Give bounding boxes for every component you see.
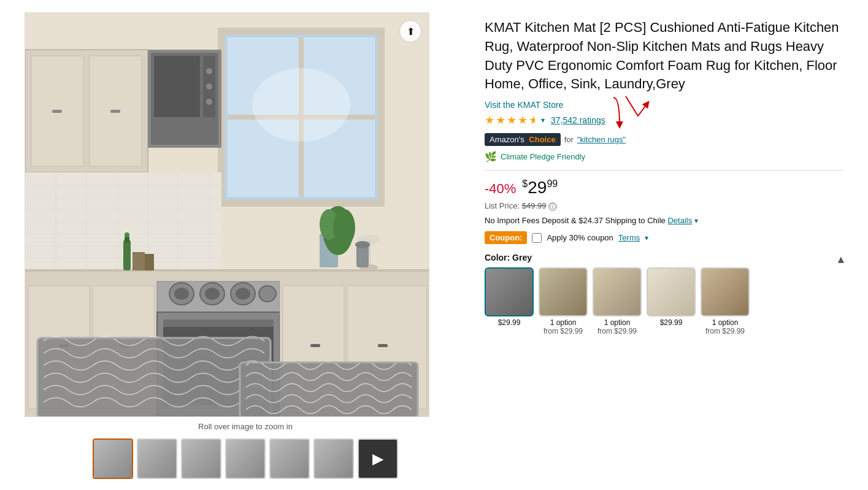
kitchen-rugs-link[interactable]: "kitchen rugs" bbox=[577, 135, 626, 144]
page-wrapper: ⬆ Roll over image to zoom in bbox=[0, 0, 868, 490]
badge-row: Amazon's Choice for "kitchen rugs" bbox=[485, 133, 843, 146]
play-icon: ▶ bbox=[372, 450, 383, 467]
svg-point-29 bbox=[206, 68, 212, 74]
coupon-terms-link[interactable]: Terms bbox=[618, 233, 640, 242]
list-price-info-icon[interactable]: ⓘ bbox=[548, 202, 557, 211]
svg-point-78 bbox=[333, 209, 355, 246]
coupon-label[interactable]: Apply 30% coupon bbox=[547, 233, 613, 242]
leaf-icon: 🌿 bbox=[485, 151, 497, 163]
star-rating: ★ ★ ★ ★ ★ bbox=[485, 113, 535, 127]
svg-point-30 bbox=[206, 83, 212, 90]
current-price: $2999 bbox=[522, 178, 558, 197]
zoom-hint: Roll over image to zoom in bbox=[25, 422, 466, 431]
climate-link[interactable]: Climate Pledge Friendly bbox=[501, 152, 585, 161]
thumbnail-5[interactable] bbox=[269, 438, 310, 479]
color-swatch-5[interactable]: 1 option from $29.99 bbox=[701, 267, 750, 335]
color-collapse-icon[interactable]: ▴ bbox=[838, 253, 843, 266]
star-half: ★ bbox=[529, 113, 535, 127]
swatch-img-2 bbox=[539, 267, 588, 316]
svg-point-58 bbox=[236, 288, 250, 300]
svg-rect-74 bbox=[145, 254, 154, 270]
shipping-details-link[interactable]: Details bbox=[667, 216, 692, 225]
svg-point-83 bbox=[355, 241, 370, 248]
price-symbol: $ bbox=[522, 178, 528, 189]
thumbnail-2[interactable] bbox=[137, 438, 177, 479]
discount-percentage: -40% bbox=[485, 181, 516, 197]
swatch-img-1 bbox=[485, 267, 534, 316]
color-label-text: Color: bbox=[485, 253, 510, 262]
left-column: ⬆ Roll over image to zoom in bbox=[25, 12, 466, 479]
store-link[interactable]: Visit the KMAT Store bbox=[485, 100, 563, 110]
svg-point-72 bbox=[125, 232, 129, 237]
price-cents: 99 bbox=[547, 178, 558, 189]
swatch-option-5: from $29.99 bbox=[701, 327, 750, 335]
color-swatch-1[interactable]: $29.99 bbox=[485, 267, 534, 335]
svg-rect-27 bbox=[154, 56, 200, 117]
thumbnail-3[interactable] bbox=[181, 438, 221, 479]
color-swatch-4[interactable]: $29.99 bbox=[647, 267, 696, 335]
svg-rect-73 bbox=[133, 252, 145, 270]
star-4: ★ bbox=[518, 113, 528, 127]
shipping-row: No Import Fees Deposit & $24.37 Shipping… bbox=[485, 216, 843, 225]
product-main-image bbox=[25, 13, 429, 416]
thumbnail-4[interactable] bbox=[225, 438, 266, 479]
swatch-price-3: 1 option bbox=[593, 318, 642, 327]
color-label-row: Color: Grey ▴ bbox=[485, 253, 843, 262]
svg-rect-69 bbox=[378, 344, 388, 347]
ratings-count[interactable]: 37,542 ratings bbox=[551, 115, 605, 125]
list-price-value: $49.99 bbox=[522, 201, 547, 210]
star-2: ★ bbox=[496, 113, 505, 127]
share-button[interactable]: ⬆ bbox=[399, 20, 421, 42]
swatch-img-3 bbox=[593, 267, 642, 316]
thumbnail-row: ▶ bbox=[25, 438, 466, 479]
badge-for-text: for bbox=[564, 135, 574, 144]
color-value: Grey bbox=[512, 253, 532, 262]
swatch-price-1: $29.99 bbox=[485, 318, 534, 327]
svg-rect-62 bbox=[163, 320, 274, 327]
svg-point-59 bbox=[259, 286, 276, 302]
coupon-checkbox[interactable] bbox=[532, 233, 542, 243]
color-swatches: $29.99 1 option from $29.99 1 option fro… bbox=[485, 267, 843, 335]
share-icon: ⬆ bbox=[407, 26, 415, 37]
svg-point-56 bbox=[205, 288, 220, 300]
svg-rect-70 bbox=[123, 240, 131, 270]
svg-rect-47 bbox=[25, 270, 429, 281]
ratings-dropdown[interactable]: ▾ bbox=[541, 116, 545, 124]
svg-point-31 bbox=[206, 99, 212, 105]
thumbnail-video[interactable]: ▶ bbox=[358, 438, 398, 479]
star-3: ★ bbox=[507, 113, 517, 127]
svg-rect-23 bbox=[52, 110, 62, 113]
thumbnail-6[interactable] bbox=[313, 438, 354, 479]
swatch-price-4: $29.99 bbox=[647, 318, 696, 327]
svg-rect-68 bbox=[310, 344, 320, 347]
price-row: -40% $2999 bbox=[485, 178, 843, 197]
star-1: ★ bbox=[485, 113, 494, 127]
amazons-choice-badge: Amazon's Choice bbox=[485, 133, 561, 146]
swatch-price-5: 1 option bbox=[701, 318, 750, 327]
coupon-row: Coupon: Apply 30% coupon Terms ▾ bbox=[485, 231, 843, 244]
svg-point-19 bbox=[252, 68, 350, 142]
color-swatch-3[interactable]: 1 option from $29.99 bbox=[593, 267, 642, 335]
color-swatch-2[interactable]: 1 option from $29.99 bbox=[539, 267, 588, 335]
shipping-text: No Import Fees Deposit & $24.37 Shipping… bbox=[485, 216, 666, 225]
svg-rect-24 bbox=[110, 110, 120, 113]
price-whole: 29 bbox=[528, 178, 547, 197]
choice-text: Choice bbox=[529, 135, 555, 144]
swatch-option-2: from $29.99 bbox=[539, 327, 588, 335]
coupon-badge: Coupon: bbox=[485, 231, 527, 244]
thumbnail-1[interactable] bbox=[93, 438, 133, 479]
main-image-container: ⬆ bbox=[25, 12, 429, 417]
swatch-img-4 bbox=[647, 267, 696, 316]
shipping-chevron: ▾ bbox=[694, 216, 698, 225]
coupon-terms-chevron: ▾ bbox=[645, 234, 648, 242]
product-title: KMAT Kitchen Mat [2 PCS] Cushioned Anti-… bbox=[485, 18, 843, 94]
color-section: Color: Grey ▴ $29.99 1 option from $29.9… bbox=[485, 253, 843, 335]
swatch-option-3: from $29.99 bbox=[593, 327, 642, 335]
svg-rect-82 bbox=[356, 246, 369, 267]
swatch-img-5 bbox=[701, 267, 750, 316]
list-price-row: List Price: $49.99 ⓘ bbox=[485, 201, 843, 211]
ratings-row: ★ ★ ★ ★ ★ ▾ 37,542 ratings bbox=[485, 113, 843, 127]
list-price-label: List Price: bbox=[485, 201, 520, 210]
svg-point-54 bbox=[174, 288, 189, 300]
climate-row: 🌿 Climate Pledge Friendly bbox=[485, 151, 843, 163]
